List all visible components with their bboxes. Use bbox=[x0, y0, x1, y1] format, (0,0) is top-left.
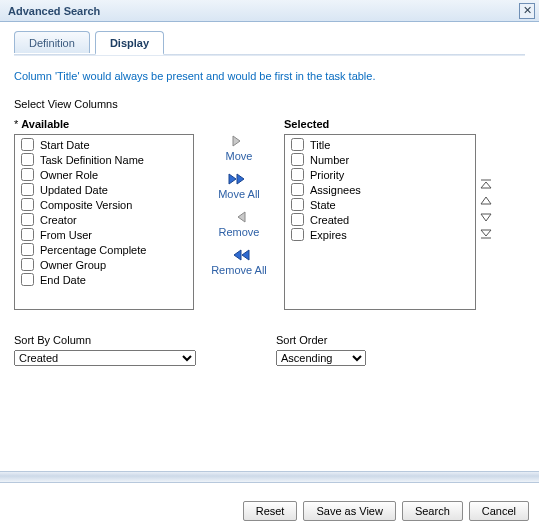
available-label: Owner Role bbox=[40, 169, 98, 181]
remove-left-icon[interactable] bbox=[194, 210, 284, 224]
available-item[interactable]: Composite Version bbox=[17, 197, 191, 212]
selected-checkbox[interactable] bbox=[291, 138, 304, 151]
selected-item[interactable]: State bbox=[287, 197, 473, 212]
selected-item[interactable]: Title bbox=[287, 137, 473, 152]
selected-item[interactable]: Created bbox=[287, 212, 473, 227]
selected-item[interactable]: Expires bbox=[287, 227, 473, 242]
search-button[interactable]: Search bbox=[402, 501, 463, 521]
selected-label: Priority bbox=[310, 169, 344, 181]
selected-label: Title bbox=[310, 139, 330, 151]
selected-label: Expires bbox=[310, 229, 347, 241]
required-asterisk: * bbox=[14, 118, 18, 130]
selected-checkbox[interactable] bbox=[291, 183, 304, 196]
footer-buttons: Reset Save as View Search Cancel bbox=[0, 493, 539, 529]
selected-item[interactable]: Number bbox=[287, 152, 473, 167]
move-down-icon[interactable] bbox=[479, 212, 493, 224]
reorder-controls bbox=[476, 118, 496, 242]
selected-item[interactable]: Priority bbox=[287, 167, 473, 182]
available-label: Composite Version bbox=[40, 199, 132, 211]
available-checkbox[interactable] bbox=[21, 243, 34, 256]
available-item[interactable]: From User bbox=[17, 227, 191, 242]
transfer-controls: Move Move All Remove Remove All bbox=[194, 118, 284, 286]
available-checkbox[interactable] bbox=[21, 273, 34, 286]
sort-by-label: Sort By Column bbox=[14, 334, 196, 346]
selected-checkbox[interactable] bbox=[291, 213, 304, 226]
available-checkbox[interactable] bbox=[21, 183, 34, 196]
selected-listbox[interactable]: TitleNumberPriorityAssigneesStateCreated… bbox=[284, 134, 476, 310]
sort-order-select[interactable]: Ascending bbox=[276, 350, 366, 366]
save-as-view-button[interactable]: Save as View bbox=[303, 501, 395, 521]
selected-label: Assignees bbox=[310, 184, 361, 196]
available-checkbox[interactable] bbox=[21, 198, 34, 211]
move-button[interactable]: Move bbox=[194, 150, 284, 162]
selected-label: Created bbox=[310, 214, 349, 226]
titlebar: Advanced Search ✕ bbox=[0, 0, 539, 22]
available-item[interactable]: Owner Role bbox=[17, 167, 191, 182]
move-top-icon[interactable] bbox=[479, 178, 493, 192]
available-item[interactable]: Updated Date bbox=[17, 182, 191, 197]
available-label: Task Definition Name bbox=[40, 154, 144, 166]
hint-text: Column 'Title' would always be present a… bbox=[14, 70, 525, 82]
move-bottom-icon[interactable] bbox=[479, 228, 493, 242]
available-checkbox[interactable] bbox=[21, 228, 34, 241]
selected-checkbox[interactable] bbox=[291, 168, 304, 181]
sort-by-select[interactable]: Created bbox=[14, 350, 196, 366]
available-checkbox[interactable] bbox=[21, 213, 34, 226]
available-header: *Available bbox=[14, 118, 194, 130]
sort-order-label: Sort Order bbox=[276, 334, 366, 346]
available-item[interactable]: Start Date bbox=[17, 137, 191, 152]
available-label: Percentage Complete bbox=[40, 244, 146, 256]
remove-all-button[interactable]: Remove All bbox=[194, 264, 284, 276]
cancel-button[interactable]: Cancel bbox=[469, 501, 529, 521]
available-item[interactable]: Percentage Complete bbox=[17, 242, 191, 257]
tab-definition[interactable]: Definition bbox=[14, 31, 90, 53]
available-item[interactable]: Creator bbox=[17, 212, 191, 227]
available-item[interactable]: End Date bbox=[17, 272, 191, 287]
available-checkbox[interactable] bbox=[21, 168, 34, 181]
footer-divider bbox=[0, 471, 539, 483]
sort-order-group: Sort Order Ascending bbox=[276, 334, 366, 366]
close-icon[interactable]: ✕ bbox=[519, 3, 535, 19]
selected-label: Number bbox=[310, 154, 349, 166]
selected-checkbox[interactable] bbox=[291, 228, 304, 241]
selected-header: Selected bbox=[284, 118, 476, 130]
available-listbox[interactable]: Start DateTask Definition NameOwner Role… bbox=[14, 134, 194, 310]
available-checkbox[interactable] bbox=[21, 258, 34, 271]
move-up-icon[interactable] bbox=[479, 196, 493, 208]
selected-label: State bbox=[310, 199, 336, 211]
available-column: *Available Start DateTask Definition Nam… bbox=[14, 118, 194, 310]
move-all-right-icon[interactable] bbox=[194, 172, 284, 186]
selected-item[interactable]: Assignees bbox=[287, 182, 473, 197]
available-label: Start Date bbox=[40, 139, 90, 151]
available-label: End Date bbox=[40, 274, 86, 286]
move-right-icon[interactable] bbox=[194, 134, 284, 148]
selected-checkbox[interactable] bbox=[291, 153, 304, 166]
sort-by-group: Sort By Column Created bbox=[14, 334, 196, 366]
available-item[interactable]: Owner Group bbox=[17, 257, 191, 272]
select-view-columns-label: Select View Columns bbox=[14, 98, 525, 110]
window-title: Advanced Search bbox=[8, 5, 100, 17]
reset-button[interactable]: Reset bbox=[243, 501, 298, 521]
available-checkbox[interactable] bbox=[21, 153, 34, 166]
move-all-button[interactable]: Move All bbox=[194, 188, 284, 200]
remove-all-left-icon[interactable] bbox=[194, 248, 284, 262]
available-item[interactable]: Task Definition Name bbox=[17, 152, 191, 167]
available-checkbox[interactable] bbox=[21, 138, 34, 151]
available-label: From User bbox=[40, 229, 92, 241]
available-label: Creator bbox=[40, 214, 77, 226]
tab-display[interactable]: Display bbox=[95, 31, 164, 55]
available-label: Owner Group bbox=[40, 259, 106, 271]
available-label: Updated Date bbox=[40, 184, 108, 196]
selected-column: Selected TitleNumberPriorityAssigneesSta… bbox=[284, 118, 476, 310]
tab-strip: Definition Display bbox=[14, 30, 525, 56]
remove-button[interactable]: Remove bbox=[194, 226, 284, 238]
selected-checkbox[interactable] bbox=[291, 198, 304, 211]
